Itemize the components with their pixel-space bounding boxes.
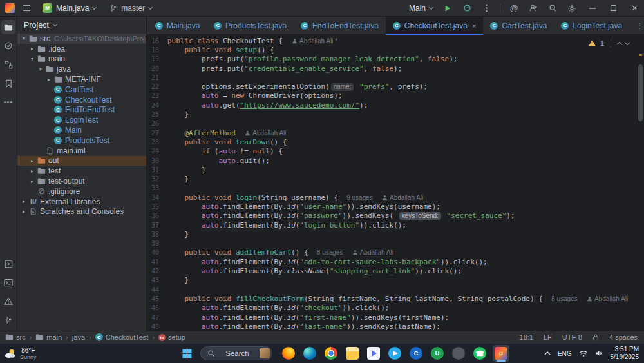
line-number[interactable]: 30 [147, 157, 167, 164]
weather-widget[interactable]: 86°F Sunny [4, 345, 37, 362]
line-number[interactable]: 43 [147, 277, 167, 284]
indent-setting[interactable]: 4 spaces [609, 333, 638, 341]
chevron-down-icon[interactable]: ▾ [37, 66, 44, 72]
line-number[interactable]: 35 [147, 203, 167, 210]
code-line[interactable]: 37 auto.findElement(By.id("login-button"… [147, 221, 644, 230]
tab-endtoendtest-java[interactable]: CEndToEndTest.java [294, 17, 386, 34]
code-line[interactable]: 24 auto.get("https://www.saucedemo.com/"… [147, 101, 644, 110]
code-with-me-icon[interactable] [525, 1, 542, 16]
minimize-button[interactable] [583, 0, 601, 17]
tree-item-java[interactable]: ▾java [17, 64, 146, 74]
taskbar-app-c-app[interactable]: C [408, 345, 424, 362]
tree-item-test[interactable]: ▸test [17, 166, 146, 176]
tab-carttest-java[interactable]: CCartTest.java [483, 17, 554, 34]
taskbar-app-telegram[interactable] [386, 345, 403, 362]
line-number[interactable]: 34 [147, 194, 167, 201]
hidden-icons-chevron-icon[interactable] [544, 351, 551, 355]
more-tool-windows-icon[interactable]: ••• [1, 95, 15, 109]
line-number[interactable]: 20 [147, 65, 167, 72]
tree-item-main[interactable]: ▾main [17, 54, 146, 64]
ai-assistant-icon[interactable]: @ [506, 1, 522, 16]
line-number[interactable]: 31 [147, 166, 167, 173]
tree-item-external-libraries[interactable]: ▸External Libraries [17, 197, 146, 207]
language-indicator[interactable]: ENG [558, 350, 572, 357]
code-line[interactable]: 34 public void login(String username) { … [147, 193, 644, 202]
chevron-down-icon[interactable]: ▾ [28, 56, 36, 62]
code-line[interactable]: 36 auto.findElement(By.id("password")).s… [147, 211, 644, 221]
chevron-right-icon[interactable]: ▸ [28, 46, 36, 52]
tree-item-logintest[interactable]: CLoginTest [17, 115, 146, 125]
tree-item-scratches-and-consoles[interactable]: ▸Scratches and Consoles [17, 207, 146, 217]
chevron-right-icon[interactable]: ▸ [20, 209, 28, 215]
wifi-icon[interactable] [579, 350, 588, 357]
next-problem-icon[interactable] [625, 40, 630, 45]
more-run-options-icon[interactable] [478, 1, 495, 16]
commit-tool-icon[interactable] [1, 39, 15, 53]
tree-item-test-output[interactable]: ▸test-output [17, 176, 146, 186]
breadcrumb-checkouttest[interactable]: CCheckoutTest [95, 333, 149, 341]
project-widget[interactable]: M Main.java [39, 1, 100, 15]
line-number[interactable]: 23 [147, 92, 167, 99]
code-line[interactable]: 38 } [147, 230, 644, 239]
settings-icon[interactable] [564, 1, 580, 16]
breadcrumb-java[interactable]: java [72, 333, 85, 341]
code-line[interactable]: 30 auto.quit(); [147, 156, 644, 165]
code-line[interactable]: 46 auto.findElement(By.id("checkout")).c… [147, 304, 644, 313]
code-line[interactable]: 33 [147, 184, 644, 193]
tab-checkouttest-java[interactable]: CCheckoutTest.java× [386, 17, 484, 34]
tree-item-checkouttest[interactable]: CCheckoutTest [17, 95, 146, 105]
line-number[interactable]: 21 [147, 74, 167, 81]
code-line[interactable]: 43 } [147, 276, 644, 285]
code-line[interactable]: 25 } [147, 110, 644, 119]
taskbar-app-gimp[interactable] [450, 345, 467, 362]
code-line[interactable]: 16public class CheckoutTest { Abdallah A… [147, 36, 644, 45]
taskbar-app-whatsapp[interactable]: ☎ [471, 345, 488, 362]
tree-item-productstest[interactable]: CProductsTest [17, 135, 146, 146]
line-separator[interactable]: LF [544, 333, 552, 341]
start-button[interactable] [178, 345, 195, 362]
taskbar-app-media-player[interactable] [365, 345, 382, 362]
tab-productstest-java[interactable]: CProductsTest.java [207, 17, 294, 34]
chevron-down-icon[interactable]: ▾ [20, 35, 28, 41]
structure-tool-icon[interactable] [1, 57, 15, 72]
code-line[interactable]: 35 auto.findElement(By.id("user-name")).… [147, 202, 644, 211]
code-line[interactable]: 41 auto.findElement(By.id("add-to-cart-s… [147, 257, 644, 266]
line-number[interactable]: 22 [147, 83, 167, 90]
line-number[interactable]: 47 [147, 314, 167, 321]
tab-options-icon[interactable]: ⋮ [629, 17, 644, 34]
code-line[interactable]: 21 [147, 73, 644, 82]
code-line[interactable]: 47 auto.findElement(By.id("first-name"))… [147, 313, 644, 322]
taskbar-app-chrome[interactable] [323, 345, 339, 362]
line-number[interactable]: 39 [147, 240, 167, 247]
chevron-right-icon[interactable]: ▸ [28, 168, 36, 174]
bookmarks-tool-icon[interactable] [1, 76, 15, 90]
code-line[interactable]: 48 auto.findElement(By.id("last-name")).… [147, 322, 644, 331]
code-line[interactable]: 42 auto.findElement(By.className("shoppi… [147, 266, 644, 275]
code-line[interactable]: 18 public void setup() { [147, 45, 644, 54]
line-number[interactable]: 33 [147, 184, 167, 191]
project-tool-icon[interactable] [1, 20, 15, 34]
line-number[interactable]: 45 [147, 295, 167, 302]
line-number[interactable]: 40 [147, 249, 167, 256]
code-line[interactable]: 39 [147, 239, 644, 248]
taskbar-app-firefox[interactable] [280, 345, 297, 362]
branch-widget[interactable]: master [106, 2, 156, 15]
caret-position[interactable]: 18:1 [520, 333, 533, 341]
close-tab-icon[interactable]: × [472, 22, 476, 30]
taskbar-search[interactable]: Search [200, 346, 272, 360]
line-number[interactable]: 24 [147, 102, 167, 109]
file-encoding[interactable]: UTF-8 [562, 333, 582, 341]
line-number[interactable]: 41 [147, 259, 167, 266]
tree-item-main-iml[interactable]: main.iml [17, 146, 146, 156]
code-line[interactable]: 23 auto = new ChromeDriver(options); [147, 92, 644, 101]
tree-item-idea[interactable]: ▸.idea [17, 44, 146, 54]
taskbar-app-explorer[interactable] [344, 345, 361, 362]
breadcrumb-main[interactable]: main [35, 333, 62, 341]
run-configuration-selector[interactable]: Main [405, 2, 437, 15]
code-line[interactable]: 29 if (auto != null) { [147, 147, 644, 156]
line-number[interactable]: 29 [147, 148, 167, 155]
line-number[interactable]: 25 [147, 111, 167, 118]
chevron-right-icon[interactable]: ▸ [45, 77, 53, 83]
search-everywhere-icon[interactable] [544, 1, 561, 16]
code-line[interactable]: 31 } [147, 165, 644, 174]
